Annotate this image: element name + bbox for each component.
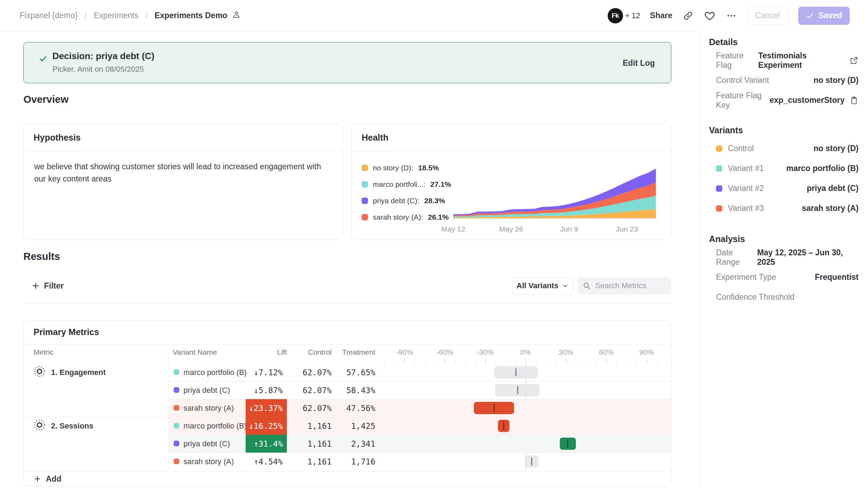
variants-dropdown[interactable]: All Variants bbox=[512, 277, 573, 295]
confidence-interval-bar bbox=[525, 455, 538, 468]
variant-slot-label: Variant #1 bbox=[728, 164, 764, 173]
share-button[interactable]: Share bbox=[650, 11, 672, 20]
value-text: May 12, 2025 – Jun 30, 2025 bbox=[757, 248, 859, 267]
axis-tick bbox=[616, 361, 617, 363]
search-metrics-box[interactable] bbox=[578, 277, 671, 295]
detail-row: Feature FlagTestimonials Experiment bbox=[699, 50, 868, 70]
health-legend-item: sarah story (A): 26.1% bbox=[362, 209, 451, 225]
breadcrumb-current[interactable]: Experiments Demo bbox=[154, 10, 240, 21]
health-legend-item: no story (D): 18.5% bbox=[362, 160, 451, 176]
axis-tick bbox=[606, 359, 607, 363]
analysis-row: Experiment TypeFrequentist bbox=[699, 267, 868, 287]
favorite-heart-icon[interactable] bbox=[704, 10, 716, 22]
confidence-interval-bar bbox=[494, 366, 538, 378]
variant-color-swatch bbox=[174, 369, 179, 375]
avatar[interactable]: Fk bbox=[608, 8, 623, 23]
clipboard-icon[interactable] bbox=[849, 96, 859, 105]
metric-variant-row[interactable]: 1. Engagementmarco portfolio (B)↓7.12%62… bbox=[24, 363, 671, 381]
breadcrumb-item[interactable]: Experiments bbox=[94, 11, 138, 20]
control-value: 62.07% bbox=[283, 399, 332, 417]
decision-title: Decision: priya debt (C) bbox=[52, 51, 154, 62]
value-text: Testimonials Experiment bbox=[758, 51, 845, 70]
breadcrumb-item[interactable]: Fixpanel {demo} bbox=[20, 11, 78, 20]
breadcrumb-label: Experiments Demo bbox=[154, 11, 227, 20]
detail-value[interactable]: Testimonials Experiment bbox=[758, 51, 859, 70]
metric-variant-row[interactable]: priya debt (C)↓5.87%62.07%58.43% bbox=[24, 381, 671, 399]
add-metric-button[interactable]: Add bbox=[34, 471, 62, 486]
details-rows: Feature FlagTestimonials ExperimentContr… bbox=[699, 50, 868, 110]
treatment-value: 47.56% bbox=[326, 399, 375, 417]
decision-meta: Picker, Amit on 08/05/2025 bbox=[52, 65, 144, 74]
variant-name: priya debt (C) bbox=[183, 381, 230, 399]
lift-text: ↑4.54% bbox=[254, 457, 283, 466]
metric-variant-row[interactable]: 2. Sessionsmarco portfolio (B)↓16.25%1,1… bbox=[24, 417, 671, 435]
variant-name: sarah story (A) bbox=[183, 453, 234, 470]
add-filter-button[interactable]: Filter bbox=[31, 277, 64, 295]
copy-link-icon[interactable] bbox=[682, 10, 694, 22]
analysis-label: Confidence Threshold bbox=[716, 292, 795, 302]
health-title: Health bbox=[352, 124, 671, 151]
variant-key: Variant #3 bbox=[716, 204, 764, 213]
metric-variant-row[interactable]: sarah story (A)↑4.54%1,1611,716 bbox=[24, 453, 671, 470]
metric-variant-row[interactable]: priya debt (C)↑31.4%1,1612,341 bbox=[24, 435, 671, 453]
estimate-mark bbox=[531, 458, 532, 466]
col-metric: Metric bbox=[34, 348, 53, 356]
collaborator-count: + 12 bbox=[625, 11, 640, 20]
search-metrics-input[interactable] bbox=[594, 281, 666, 291]
plus-icon bbox=[31, 282, 40, 290]
collaborator-avatars[interactable]: Fk + 12 bbox=[608, 8, 640, 23]
axis-tick bbox=[405, 359, 405, 363]
x-axis-label: May 26 bbox=[499, 225, 523, 233]
row-divider bbox=[168, 381, 671, 382]
variant-row: Variant #1marco portfolio (B) bbox=[699, 158, 868, 178]
estimate-mark bbox=[517, 386, 518, 394]
detail-row: Control Variantno story (D) bbox=[699, 70, 868, 90]
external-link-icon[interactable] bbox=[849, 56, 859, 65]
axis-tick bbox=[495, 361, 496, 363]
results-divider bbox=[23, 303, 671, 304]
more-options-icon[interactable] bbox=[725, 10, 737, 22]
treatment-text: 1,425 bbox=[351, 421, 375, 431]
axis-tick bbox=[637, 361, 637, 363]
variant-name: sarah story (A) bbox=[183, 399, 234, 417]
treatment-value: 2,341 bbox=[326, 435, 375, 453]
variant-name: marco portfolio (B) bbox=[183, 363, 247, 381]
lift-value: ↓23.37% bbox=[246, 399, 287, 417]
axis-tick bbox=[536, 361, 536, 363]
health-card: Health no story (D): 18.5%marco portfoli… bbox=[352, 123, 671, 240]
metric-variant-row[interactable]: sarah story (A)↓23.37%62.07%47.56% bbox=[24, 399, 671, 417]
metric-name: 1. Engagement bbox=[51, 368, 106, 377]
cancel-button[interactable]: Cancel bbox=[747, 7, 788, 25]
health-legend: no story (D): 18.5%marco portfoli...: 27… bbox=[362, 160, 451, 225]
health-area-chart: May 12May 26Jun 9Jun 23 bbox=[439, 166, 670, 238]
lift-text: ↓23.37% bbox=[249, 404, 283, 413]
col-lift: Lift bbox=[252, 348, 287, 356]
edit-log-button[interactable]: Edit Log bbox=[623, 42, 655, 84]
lift-axis-label: -30% bbox=[470, 348, 501, 356]
variants-section-title: Variants bbox=[699, 125, 868, 135]
x-axis-label: Jun 9 bbox=[560, 225, 578, 233]
plus-icon bbox=[34, 475, 41, 483]
axis-tick bbox=[395, 361, 395, 363]
value-text: sarah story (A) bbox=[802, 204, 859, 213]
variants-dropdown-label: All Variants bbox=[516, 281, 558, 290]
search-icon bbox=[583, 282, 591, 290]
variant-color-swatch bbox=[716, 165, 722, 172]
decision-check-icon bbox=[38, 54, 48, 65]
lift-text: ↑31.4% bbox=[254, 439, 283, 448]
x-axis-label: Jun 23 bbox=[616, 225, 638, 233]
microscope-icon bbox=[232, 10, 241, 21]
saved-button[interactable]: Saved bbox=[798, 7, 850, 25]
hypothesis-card: Hypothesis we believe that showing custo… bbox=[23, 123, 343, 240]
value-text: no story (D) bbox=[813, 76, 859, 85]
variant-color-swatch bbox=[716, 185, 722, 192]
legend-swatch bbox=[362, 165, 368, 171]
lift-axis-label: 0% bbox=[510, 348, 541, 356]
legend-swatch bbox=[362, 181, 368, 187]
breadcrumb-label: Experiments bbox=[94, 11, 138, 20]
legend-label: sarah story (A): bbox=[373, 213, 423, 221]
row-divider bbox=[168, 435, 671, 435]
legend-value: 18.5% bbox=[418, 164, 439, 172]
variant-name: priya debt (C) bbox=[183, 435, 230, 453]
row-highlight bbox=[168, 435, 671, 453]
